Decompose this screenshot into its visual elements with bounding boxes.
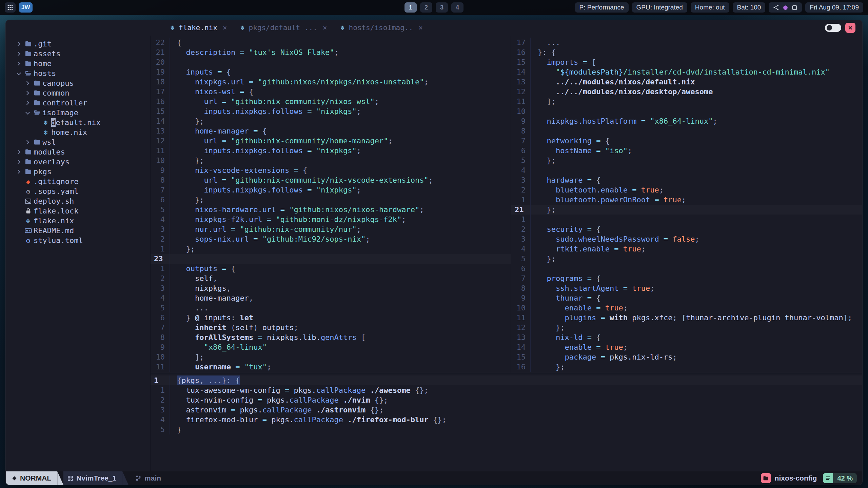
code-text: }; <box>177 156 204 165</box>
tree-item[interactable]: overlays <box>15 157 150 167</box>
editor-area: 22{21 description = "tux's NixOS Flake";… <box>150 36 862 471</box>
line-number: 18 <box>151 77 170 87</box>
tab-label: pkgs/default ... <box>249 24 317 32</box>
code-line: 17 nixos-wsl = { <box>151 87 511 97</box>
workspace-button[interactable]: 4 <box>451 2 463 13</box>
pin-toggle[interactable] <box>825 24 841 32</box>
editor-pane-hosts-isoimage-default-nix[interactable]: 17 ...16}: {15 imports = [14 "${modulesP… <box>511 36 862 373</box>
editor-pane-pkgs-default-nix[interactable]: 1{pkgs, ...}: {1 tux-awesome-wm-config =… <box>151 373 862 471</box>
tree-item[interactable]: canopus <box>15 78 150 88</box>
file-explorer[interactable]: .gitassetshomehostscanopuscommoncontroll… <box>6 36 150 471</box>
folder-icon <box>23 158 34 165</box>
tree-item[interactable]: common <box>15 88 150 98</box>
theme-dot-icon[interactable] <box>783 5 788 11</box>
markdown-icon <box>23 227 34 234</box>
buffer-indicator: NvimTree_1 <box>63 471 122 485</box>
status-pill-power-profile[interactable]: P: Performance <box>575 2 629 13</box>
workspace-button[interactable]: 3 <box>436 2 448 13</box>
tab[interactable]: ❄flake.nix× <box>164 20 234 36</box>
line-number: 7 <box>151 185 170 195</box>
tree-item[interactable]: wsl <box>15 137 150 147</box>
git-branch-icon <box>135 475 141 481</box>
tree-item[interactable]: hosts <box>15 68 150 78</box>
code-text: }; <box>538 254 556 264</box>
line-number: 14 <box>151 116 170 126</box>
line-number: 2 <box>511 185 531 195</box>
line-number: 3 <box>151 224 170 234</box>
line-number: 4 <box>511 165 531 175</box>
line-number: 1 <box>151 264 170 273</box>
tab[interactable]: ❄hosts/isoImag..× <box>334 20 430 36</box>
tab-close-icon[interactable]: × <box>223 24 227 32</box>
code-text: nixpkgs-f2k.url = "github:moni-dz/nixpkg… <box>177 215 406 224</box>
tab[interactable]: ❄pkgs/default ...× <box>234 20 334 36</box>
tab-close-icon[interactable]: × <box>418 24 423 32</box>
tree-item-label: home.nix <box>51 128 87 137</box>
code-line: 19 inputs = { <box>151 67 511 77</box>
code-text: outputs = { <box>177 264 235 273</box>
line-number: 7 <box>511 136 531 146</box>
tray-icon[interactable] <box>792 5 797 11</box>
line-number: 9 <box>151 165 170 175</box>
folder-icon <box>23 60 34 67</box>
tree-item[interactable]: README.md <box>15 226 150 236</box>
tab-close-icon[interactable]: × <box>323 24 327 32</box>
line-number: 6 <box>151 313 170 323</box>
tree-item-label: assets <box>34 49 60 58</box>
line-number: 4 <box>151 293 170 303</box>
status-pill-gpu[interactable]: GPU: Integrated <box>632 2 687 13</box>
workspace-button[interactable]: 2 <box>420 2 432 13</box>
tree-item[interactable]: ❄default.nix <box>15 118 150 127</box>
line-number: 10 <box>511 303 531 313</box>
chevron-right-icon <box>23 92 32 95</box>
folder-icon <box>32 89 42 97</box>
code-text: bluetooth.powerOnBoot = true; <box>538 195 686 205</box>
folder-icon <box>23 50 34 57</box>
tree-item[interactable]: modules <box>15 147 150 157</box>
nix-icon: ❄ <box>40 128 51 137</box>
tree-item[interactable]: ❄flake.nix <box>15 216 150 226</box>
tree-item-label: isoImage <box>42 108 78 117</box>
tree-item[interactable]: ❄home.nix <box>15 127 150 137</box>
code-line: 7 inputs.nixpkgs.follows = "nixpkgs"; <box>151 185 511 195</box>
tree-item[interactable]: ⚙stylua.toml <box>15 236 150 245</box>
code-text: rtkit.enable = true; <box>538 244 646 254</box>
git-branch: main <box>129 471 161 485</box>
code-line: 2 self, <box>151 273 511 283</box>
tree-item[interactable]: controller <box>15 98 150 108</box>
tree-item[interactable]: deploy.sh <box>15 196 150 206</box>
status-pill-battery[interactable]: Bat: 100 <box>733 2 766 13</box>
code-line: 4 firefox-mod-blur = pkgs.callPackage ./… <box>151 415 862 425</box>
editor-pane-flake-nix[interactable]: 22{21 description = "tux's NixOS Flake";… <box>151 36 511 373</box>
code-text: ]; <box>538 97 556 106</box>
scroll-percent-label: 42 % <box>833 473 857 483</box>
line-number: 14 <box>511 342 531 352</box>
tree-item[interactable]: pkgs <box>15 167 150 177</box>
tree-item[interactable]: ⚙.sops.yaml <box>15 186 150 196</box>
line-number: 12 <box>511 323 531 332</box>
tree-item[interactable]: flake.lock <box>15 206 150 216</box>
line-number: 1 <box>151 375 170 385</box>
tree-item[interactable]: .git <box>15 39 150 49</box>
chevron-down-icon <box>15 73 23 75</box>
network-share-icon[interactable] <box>773 4 779 11</box>
apps-launcher-button[interactable] <box>5 2 16 13</box>
code-text: username = "tux"; <box>177 362 271 372</box>
code-text: { <box>177 38 181 47</box>
code-line: 6 <box>511 264 862 273</box>
line-number: 8 <box>511 126 531 136</box>
apps-grid-icon <box>7 4 13 11</box>
status-pill-home[interactable]: Home: out <box>691 2 729 13</box>
tree-item[interactable]: isoImage <box>15 108 150 118</box>
code-line: 5 }; <box>511 254 862 264</box>
code-text: tux-awesome-wm-config = pkgs.callPackage… <box>177 385 429 395</box>
workspace-button[interactable]: 1 <box>405 2 417 13</box>
window-close-button[interactable]: × <box>845 23 855 33</box>
mode-indicator: NORMAL <box>6 471 57 485</box>
tree-item[interactable]: ◆.gitignore <box>15 177 150 186</box>
tree-item[interactable]: assets <box>15 49 150 59</box>
line-number: 12 <box>511 87 531 97</box>
tree-item[interactable]: home <box>15 59 150 68</box>
status-pill-group: P: PerformanceGPU: IntegratedHome: outBa… <box>575 2 766 13</box>
folder-icon <box>23 168 34 175</box>
